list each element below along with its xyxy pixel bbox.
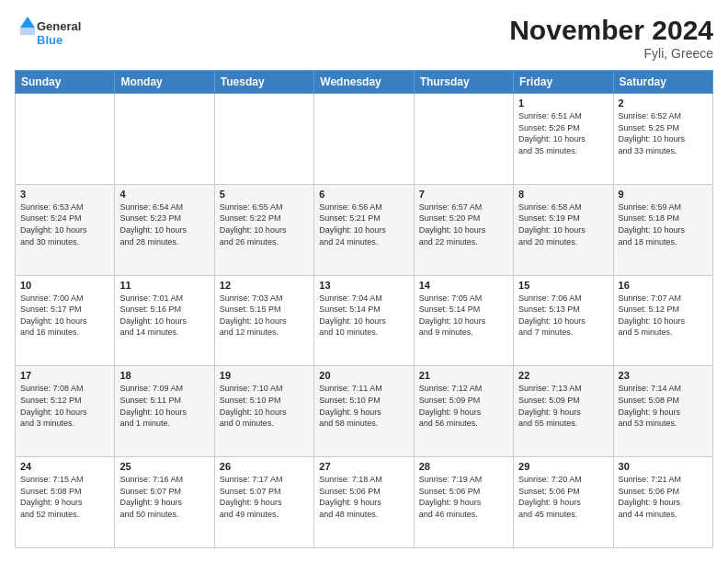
day-info: Sunrise: 7:16 AM Sunset: 5:07 PM Dayligh…: [119, 474, 209, 520]
day-info: Sunrise: 7:18 AM Sunset: 5:06 PM Dayligh…: [319, 474, 408, 520]
day-number: 20: [319, 370, 408, 381]
title-block: November 2024 Fyli, Greece: [509, 15, 713, 61]
calendar-cell: [16, 94, 115, 185]
day-info: Sunrise: 7:00 AM Sunset: 5:17 PM Dayligh…: [20, 293, 109, 339]
calendar-header-row: Sunday Monday Tuesday Wednesday Thursday…: [16, 71, 713, 94]
calendar-cell: [115, 94, 214, 185]
day-info: Sunrise: 6:51 AM Sunset: 5:26 PM Dayligh…: [518, 110, 608, 156]
day-number: 25: [119, 461, 209, 472]
col-wednesday: Wednesday: [314, 71, 414, 94]
day-number: 18: [119, 370, 209, 381]
calendar-week-3: 17Sunrise: 7:08 AM Sunset: 5:12 PM Dayli…: [16, 366, 713, 457]
day-number: 14: [419, 280, 508, 291]
day-info: Sunrise: 7:01 AM Sunset: 5:16 PM Dayligh…: [119, 293, 209, 339]
day-info: Sunrise: 7:05 AM Sunset: 5:14 PM Dayligh…: [419, 293, 508, 339]
calendar-cell: 29Sunrise: 7:20 AM Sunset: 5:06 PM Dayli…: [514, 457, 613, 548]
col-friday: Friday: [514, 71, 613, 94]
calendar-cell: 10Sunrise: 7:00 AM Sunset: 5:17 PM Dayli…: [16, 275, 115, 366]
col-tuesday: Tuesday: [214, 71, 313, 94]
day-number: 27: [319, 461, 408, 472]
day-info: Sunrise: 6:52 AM Sunset: 5:25 PM Dayligh…: [619, 110, 708, 156]
day-info: Sunrise: 7:12 AM Sunset: 5:09 PM Dayligh…: [419, 383, 508, 429]
day-info: Sunrise: 6:58 AM Sunset: 5:19 PM Dayligh…: [518, 201, 608, 247]
day-number: 28: [419, 461, 508, 472]
calendar-cell: 24Sunrise: 7:15 AM Sunset: 5:08 PM Dayli…: [16, 457, 115, 548]
day-info: Sunrise: 7:03 AM Sunset: 5:15 PM Dayligh…: [220, 293, 309, 339]
day-info: Sunrise: 7:19 AM Sunset: 5:06 PM Dayligh…: [419, 474, 508, 520]
calendar-cell: 27Sunrise: 7:18 AM Sunset: 5:06 PM Dayli…: [314, 457, 414, 548]
day-info: Sunrise: 6:54 AM Sunset: 5:23 PM Dayligh…: [119, 201, 209, 247]
col-thursday: Thursday: [414, 71, 513, 94]
svg-text:Blue: Blue: [37, 33, 63, 47]
day-info: Sunrise: 7:09 AM Sunset: 5:11 PM Dayligh…: [119, 383, 209, 429]
calendar-cell: 11Sunrise: 7:01 AM Sunset: 5:16 PM Dayli…: [115, 275, 214, 366]
day-number: 8: [518, 189, 608, 200]
day-number: 10: [20, 280, 109, 291]
col-monday: Monday: [115, 71, 214, 94]
day-info: Sunrise: 7:14 AM Sunset: 5:08 PM Dayligh…: [619, 383, 708, 429]
calendar-cell: 26Sunrise: 7:17 AM Sunset: 5:07 PM Dayli…: [214, 457, 313, 548]
day-info: Sunrise: 7:17 AM Sunset: 5:07 PM Dayligh…: [220, 474, 309, 520]
day-number: 22: [518, 370, 608, 381]
day-info: Sunrise: 7:04 AM Sunset: 5:14 PM Dayligh…: [319, 293, 408, 339]
calendar-cell: [214, 94, 313, 185]
day-number: 19: [220, 370, 309, 381]
day-info: Sunrise: 6:56 AM Sunset: 5:21 PM Dayligh…: [319, 201, 408, 247]
calendar-cell: 17Sunrise: 7:08 AM Sunset: 5:12 PM Dayli…: [16, 366, 115, 457]
day-info: Sunrise: 7:20 AM Sunset: 5:06 PM Dayligh…: [518, 474, 608, 520]
subtitle: Fyli, Greece: [509, 46, 713, 61]
svg-marker-3: [20, 28, 35, 35]
day-number: 11: [119, 280, 209, 291]
day-number: 13: [319, 280, 408, 291]
day-number: 1: [518, 98, 608, 109]
day-info: Sunrise: 7:06 AM Sunset: 5:13 PM Dayligh…: [518, 293, 608, 339]
day-number: 29: [518, 461, 608, 472]
day-number: 30: [619, 461, 708, 472]
day-info: Sunrise: 7:13 AM Sunset: 5:09 PM Dayligh…: [518, 383, 608, 429]
logo: General Blue: [15, 15, 97, 52]
day-number: 15: [518, 280, 608, 291]
svg-text:General: General: [37, 19, 81, 33]
day-number: 24: [20, 461, 109, 472]
logo-svg: General Blue: [15, 15, 97, 52]
calendar-cell: 6Sunrise: 6:56 AM Sunset: 5:21 PM Daylig…: [314, 184, 414, 275]
calendar-cell: 30Sunrise: 7:21 AM Sunset: 5:06 PM Dayli…: [613, 457, 712, 548]
day-number: 16: [619, 280, 708, 291]
calendar-cell: 2Sunrise: 6:52 AM Sunset: 5:25 PM Daylig…: [613, 94, 712, 185]
calendar-cell: 19Sunrise: 7:10 AM Sunset: 5:10 PM Dayli…: [214, 366, 313, 457]
day-info: Sunrise: 7:21 AM Sunset: 5:06 PM Dayligh…: [619, 474, 708, 520]
calendar-cell: 1Sunrise: 6:51 AM Sunset: 5:26 PM Daylig…: [514, 94, 613, 185]
calendar-cell: 5Sunrise: 6:55 AM Sunset: 5:22 PM Daylig…: [214, 184, 313, 275]
day-number: 23: [619, 370, 708, 381]
day-number: 6: [319, 189, 408, 200]
day-number: 26: [220, 461, 309, 472]
calendar-cell: 20Sunrise: 7:11 AM Sunset: 5:10 PM Dayli…: [314, 366, 414, 457]
day-number: 2: [619, 98, 708, 109]
calendar-cell: 18Sunrise: 7:09 AM Sunset: 5:11 PM Dayli…: [115, 366, 214, 457]
day-info: Sunrise: 7:11 AM Sunset: 5:10 PM Dayligh…: [319, 383, 408, 429]
day-number: 4: [119, 189, 209, 200]
col-sunday: Sunday: [16, 71, 115, 94]
day-info: Sunrise: 7:10 AM Sunset: 5:10 PM Dayligh…: [220, 383, 309, 429]
day-number: 3: [20, 189, 109, 200]
calendar-week-1: 3Sunrise: 6:53 AM Sunset: 5:24 PM Daylig…: [16, 184, 713, 275]
calendar-cell: 7Sunrise: 6:57 AM Sunset: 5:20 PM Daylig…: [414, 184, 513, 275]
calendar-cell: 8Sunrise: 6:58 AM Sunset: 5:19 PM Daylig…: [514, 184, 613, 275]
calendar-cell: 16Sunrise: 7:07 AM Sunset: 5:12 PM Dayli…: [613, 275, 712, 366]
day-number: 12: [220, 280, 309, 291]
day-info: Sunrise: 6:53 AM Sunset: 5:24 PM Dayligh…: [20, 201, 109, 247]
day-info: Sunrise: 6:59 AM Sunset: 5:18 PM Dayligh…: [619, 201, 708, 247]
calendar-week-2: 10Sunrise: 7:00 AM Sunset: 5:17 PM Dayli…: [16, 275, 713, 366]
calendar-week-0: 1Sunrise: 6:51 AM Sunset: 5:26 PM Daylig…: [16, 94, 713, 185]
col-saturday: Saturday: [613, 71, 712, 94]
page: General Blue November 2024 Fyli, Greece …: [0, 0, 728, 563]
main-title: November 2024: [509, 15, 713, 46]
calendar-cell: 28Sunrise: 7:19 AM Sunset: 5:06 PM Dayli…: [414, 457, 513, 548]
calendar: Sunday Monday Tuesday Wednesday Thursday…: [15, 70, 713, 548]
calendar-cell: 21Sunrise: 7:12 AM Sunset: 5:09 PM Dayli…: [414, 366, 513, 457]
day-info: Sunrise: 6:55 AM Sunset: 5:22 PM Dayligh…: [220, 201, 309, 247]
calendar-cell: 12Sunrise: 7:03 AM Sunset: 5:15 PM Dayli…: [214, 275, 313, 366]
day-number: 21: [419, 370, 508, 381]
calendar-cell: 15Sunrise: 7:06 AM Sunset: 5:13 PM Dayli…: [514, 275, 613, 366]
calendar-cell: 13Sunrise: 7:04 AM Sunset: 5:14 PM Dayli…: [314, 275, 414, 366]
